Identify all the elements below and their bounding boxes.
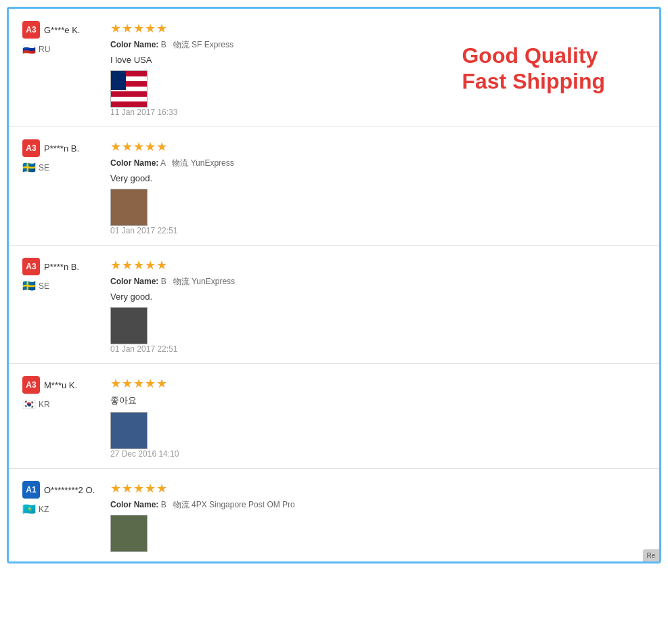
- review-content: ★ ★ ★ ★ ★ Color Name: B 物流 YunExpress Ve…: [104, 258, 646, 354]
- star: ★: [122, 258, 133, 273]
- reviewer-info: A3 P****n B. 🇸🇪 SE: [22, 258, 104, 354]
- star: ★: [145, 376, 156, 391]
- color-info: Color Name: B 物流 SF Express: [110, 39, 646, 51]
- review-item: A3 G****e K. 🇷🇺 RU ★ ★ ★ ★ ★ Color Name:…: [9, 9, 659, 127]
- country-code: SE: [39, 281, 49, 291]
- reviewer-name: G****e K.: [44, 25, 80, 35]
- star: ★: [145, 258, 156, 273]
- star: ★: [156, 139, 167, 154]
- star: ★: [156, 376, 167, 391]
- reviewer-country: 🇷🇺 RU: [22, 43, 50, 55]
- review-content: ★ ★ ★ ★ ★ 좋아요 27 Dec 2016 14:10: [104, 376, 646, 459]
- star: ★: [110, 139, 121, 154]
- reviewer-info: A3 G****e K. 🇷🇺 RU: [22, 21, 104, 117]
- star: ★: [133, 376, 144, 391]
- star: ★: [145, 139, 156, 154]
- reviewer-name: P****n B.: [44, 143, 79, 154]
- star-rating: ★ ★ ★ ★ ★: [110, 139, 646, 154]
- color-label: Color Name:: [110, 277, 158, 286]
- review-text: 좋아요: [110, 394, 646, 407]
- avatar-badge: A3: [22, 258, 40, 275]
- review-item: A3 M***u K. 🇰🇷 KR ★ ★ ★ ★ ★ 좋아요 27 Dec 2…: [9, 364, 659, 469]
- review-content: ★ ★ ★ ★ ★ Color Name: B 物流 SF Express I …: [104, 21, 646, 117]
- star: ★: [156, 21, 167, 36]
- star: ★: [145, 481, 156, 496]
- star: ★: [156, 481, 167, 496]
- reviewer-info: A3 P****n B. 🇸🇪 SE: [22, 139, 104, 235]
- country-flag: 🇰🇷: [22, 398, 36, 411]
- country-flag: 🇸🇪: [22, 279, 36, 292]
- star: ★: [110, 258, 121, 273]
- country-flag: 🇷🇺: [22, 43, 36, 55]
- review-text: I love USA: [110, 55, 646, 65]
- country-code: SE: [39, 163, 49, 172]
- scroll-indicator[interactable]: Re: [643, 549, 659, 561]
- reviewer-info: A3 M***u K. 🇰🇷 KR: [22, 376, 104, 459]
- star: ★: [110, 376, 121, 391]
- reviews-container: A3 G****e K. 🇷🇺 RU ★ ★ ★ ★ ★ Color Name:…: [7, 7, 661, 564]
- review-image: [110, 412, 148, 449]
- review-date: 11 Jan 2017 16:33: [110, 108, 646, 117]
- review-image: [110, 189, 148, 226]
- reviewer-country: 🇸🇪 SE: [22, 161, 49, 174]
- review-image: [110, 515, 148, 552]
- reviewer-name: O********2 O.: [44, 485, 95, 495]
- review-text: Very good.: [110, 292, 646, 302]
- color-info: Color Name: B 物流 YunExpress: [110, 276, 646, 288]
- avatar-badge: A3: [22, 139, 40, 157]
- star: ★: [122, 376, 133, 391]
- star: ★: [110, 481, 121, 496]
- color-label: Color Name:: [110, 500, 158, 509]
- reviewer-name: M***u K.: [44, 380, 77, 390]
- review-date: 01 Jan 2017 22:51: [110, 226, 646, 235]
- star: ★: [133, 21, 144, 36]
- reviewer-name: P****n B.: [44, 262, 79, 272]
- color-info: Color Name: A 物流 YunExpress: [110, 158, 646, 169]
- review-item: A3 P****n B. 🇸🇪 SE ★ ★ ★ ★ ★ Color Name:…: [9, 246, 659, 364]
- review-item: A1 O********2 O. 🇰🇿 KZ ★ ★ ★ ★ ★ Color N…: [9, 469, 659, 561]
- star: ★: [133, 258, 144, 273]
- review-image: [110, 70, 148, 108]
- review-content: ★ ★ ★ ★ ★ Color Name: A 物流 YunExpress Ve…: [104, 139, 646, 235]
- review-date: 01 Jan 2017 22:51: [110, 344, 646, 354]
- star: ★: [156, 258, 167, 273]
- country-code: RU: [39, 45, 50, 54]
- star-rating: ★ ★ ★ ★ ★: [110, 481, 646, 496]
- country-flag: 🇰🇿: [22, 503, 36, 515]
- star: ★: [122, 481, 133, 496]
- country-code: KZ: [39, 505, 49, 514]
- avatar-badge: A3: [22, 376, 40, 394]
- color-label: Color Name:: [110, 40, 158, 49]
- star: ★: [133, 481, 144, 496]
- star-rating: ★ ★ ★ ★ ★: [110, 376, 646, 391]
- review-content: ★ ★ ★ ★ ★ Color Name: B 物流 4PX Singapore…: [104, 481, 646, 552]
- star: ★: [145, 21, 156, 36]
- color-label: Color Name:: [110, 158, 158, 168]
- reviewer-info: A1 O********2 O. 🇰🇿 KZ: [22, 481, 104, 552]
- reviewer-country: 🇰🇿 KZ: [22, 503, 49, 515]
- avatar-badge: A3: [22, 21, 40, 39]
- review-date: 27 Dec 2016 14:10: [110, 449, 646, 459]
- country-code: KR: [39, 400, 50, 409]
- star: ★: [122, 21, 133, 36]
- star-rating: ★ ★ ★ ★ ★: [110, 21, 646, 36]
- review-item: A3 P****n B. 🇸🇪 SE ★ ★ ★ ★ ★ Color Name:…: [9, 127, 659, 246]
- avatar-badge: A1: [22, 481, 40, 499]
- star: ★: [110, 21, 121, 36]
- reviewer-country: 🇰🇷 KR: [22, 398, 50, 411]
- star: ★: [133, 139, 144, 154]
- star-rating: ★ ★ ★ ★ ★: [110, 258, 646, 273]
- review-text: Very good.: [110, 173, 646, 183]
- color-info: Color Name: B 物流 4PX Singapore Post OM P…: [110, 499, 646, 511]
- reviewer-country: 🇸🇪 SE: [22, 279, 49, 292]
- star: ★: [122, 139, 133, 154]
- country-flag: 🇸🇪: [22, 161, 36, 174]
- review-image: [110, 307, 148, 344]
